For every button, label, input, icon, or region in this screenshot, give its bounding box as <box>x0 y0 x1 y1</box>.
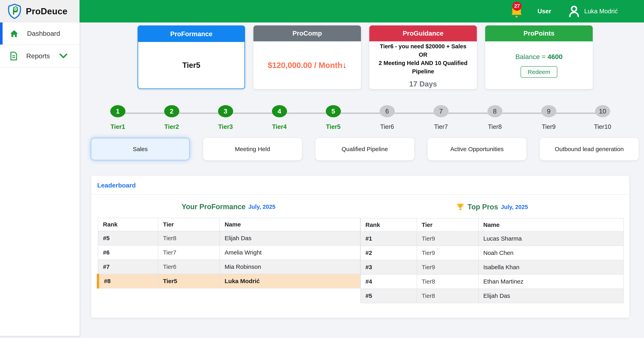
sidebar-item-reports[interactable]: Reports <box>0 45 80 68</box>
sidebar-item-label: Reports <box>26 52 50 60</box>
step-label: Tier9 <box>542 123 556 130</box>
prodeuce-logo-icon: P <box>7 4 22 19</box>
top-pros-period: July, 2025 <box>501 204 528 210</box>
stepper-step-tier7: 7 Tier7 <box>414 98 468 130</box>
tier-stepper: 1 Tier1 2 Tier2 3 Tier3 4 Tier4 5 Tier5 … <box>91 98 630 130</box>
stepper-step-tier4: 4 Tier4 <box>252 98 306 130</box>
stepper-step-tier2: 2 Tier2 <box>145 98 198 130</box>
step-circle: 4 <box>272 105 287 117</box>
propoints-card-title: ProPoints <box>485 26 593 41</box>
table-row: #7 Tier6 Mia Robinson <box>98 260 360 274</box>
home-icon <box>10 29 19 38</box>
table-row: #5 Tier8 Elijah Das <box>98 231 360 245</box>
step-circle: 1 <box>110 105 126 117</box>
column-header-name: Name <box>478 218 624 232</box>
guidance-or: OR <box>419 50 428 59</box>
step-label: Tier8 <box>488 123 502 130</box>
stepper-step-tier5: 5 Tier5 <box>306 98 360 130</box>
your-proformance-period: July, 2025 <box>248 204 276 210</box>
trophy-icon <box>456 202 465 211</box>
stepper-step-tier3: 3 Tier3 <box>198 98 252 130</box>
points-balance: Balance = 4600 <box>516 53 562 61</box>
summary-cards: ProFormance Tier5 ProComp $120,000.00 / … <box>138 26 593 89</box>
tab-outbound-lead-generation[interactable]: Outbound lead generation <box>540 138 639 160</box>
current-tier-value: Tier5 <box>182 61 200 70</box>
brand: P ProDeuce <box>0 0 80 22</box>
down-arrow-icon: ↓ <box>342 60 347 70</box>
column-header-tier: Tier <box>417 218 478 232</box>
step-label: Tier5 <box>326 123 341 130</box>
table-row: #5 Tier8 Elijah Das <box>360 289 624 303</box>
step-label: Tier10 <box>594 123 611 130</box>
step-circle: 10 <box>595 105 610 117</box>
step-circle: 7 <box>434 105 448 117</box>
step-label: Tier1 <box>110 123 125 130</box>
step-label: Tier3 <box>218 123 233 130</box>
step-label: Tier6 <box>380 123 394 130</box>
header-right: 27 User Luka Modrić <box>510 3 644 20</box>
redeem-button[interactable]: Redeem <box>520 66 557 78</box>
stepper-step-tier6: 6 Tier6 <box>360 98 414 130</box>
notifications-button[interactable]: 27 <box>510 3 524 20</box>
column-header-rank: Rank <box>360 218 417 232</box>
chevron-down-icon <box>60 54 68 59</box>
user-name: Luka Modrić <box>584 8 618 15</box>
step-label: Tier4 <box>272 123 287 130</box>
document-icon <box>10 52 18 61</box>
guidance-requirement-line2: 2 Meeting Held AND 10 Qualified Pipeline <box>373 59 473 76</box>
top-pros-section: Top Pros July, 2025 Rank Tier Name #1 <box>360 202 624 303</box>
step-circle: 2 <box>164 105 179 117</box>
user-label: User <box>538 8 551 15</box>
your-proformance-title: Your ProFormance July, 2025 <box>97 202 360 211</box>
sidebar-item-dashboard[interactable]: Dashboard <box>0 22 80 45</box>
proguidance-card-title: ProGuidance <box>369 26 477 41</box>
table-row: #2 Tier9 Noah Chen <box>360 246 624 260</box>
column-header-tier: Tier <box>158 218 220 231</box>
leaderboard-title: Leaderboard <box>91 176 629 194</box>
step-circle: 6 <box>380 105 395 117</box>
table-row: #1 Tier9 Lucas Sharma <box>360 232 624 246</box>
person-icon <box>568 5 580 18</box>
notification-badge: 27 <box>512 2 522 11</box>
step-circle: 5 <box>326 105 341 117</box>
table-row: #3 Tier9 Isabella Khan <box>360 260 624 274</box>
step-label: Tier7 <box>434 123 448 130</box>
propoints-card: ProPoints Balance = 4600 Redeem <box>485 26 593 89</box>
stepper-step-tier1: 1 Tier1 <box>91 98 145 130</box>
sidebar: Dashboard Reports <box>0 22 80 336</box>
comp-amount: $120,000.00 / Month↓ <box>268 60 347 70</box>
table-row-current-user: #8 Tier5 Luka Modrić <box>98 274 360 288</box>
your-proformance-section: Your ProFormance July, 2025 Rank Tier Na… <box>97 202 360 303</box>
proguidance-card: ProGuidance Tier6 - you need $20000 + Sa… <box>369 26 477 89</box>
column-header-name: Name <box>220 218 360 231</box>
tab-sales[interactable]: Sales <box>91 138 190 160</box>
stepper-step-tier10: 10 Tier10 <box>576 98 630 130</box>
tab-meeting-held[interactable]: Meeting Held <box>203 138 302 160</box>
proformance-card-title: ProFormance <box>138 26 244 42</box>
brand-title: ProDeuce <box>26 6 68 16</box>
column-header-rank: Rank <box>98 218 158 231</box>
step-label: Tier2 <box>164 123 179 130</box>
procomp-card-title: ProComp <box>254 26 361 41</box>
stepper-step-tier8: 8 Tier8 <box>468 98 522 130</box>
proformance-card: ProFormance Tier5 <box>138 26 245 89</box>
table-row: #6 Tier7 Amelia Wright <box>98 245 360 260</box>
main-content: ProFormance Tier5 ProComp $120,000.00 / … <box>80 22 644 338</box>
top-pros-table: Rank Tier Name #1 Tier9 Lucas Sharma #2 <box>360 218 624 303</box>
table-row: #4 Tier8 Ethan Martinez <box>360 274 624 289</box>
leaderboard-card: Leaderboard Your ProFormance July, 2025 … <box>91 176 629 318</box>
tab-qualified-pipeline[interactable]: Qualified Pipeline <box>316 138 414 160</box>
sidebar-item-label: Dashboard <box>27 30 60 38</box>
user-menu[interactable]: Luka Modrić <box>568 5 618 18</box>
stepper-step-tier9: 9 Tier9 <box>522 98 576 130</box>
app-header: P ProDeuce 27 User <box>0 0 644 22</box>
metric-tabs: Sales Meeting Held Qualified Pipeline Ac… <box>91 138 639 160</box>
step-circle: 8 <box>487 105 502 117</box>
step-circle: 9 <box>541 105 556 117</box>
procomp-card: ProComp $120,000.00 / Month↓ <box>254 26 361 89</box>
your-proformance-table: Rank Tier Name #5 Tier8 Elijah Das #6 <box>97 218 360 288</box>
guidance-requirement-line1: Tier6 - you need $20000 + Sales <box>380 42 466 50</box>
step-circle: 3 <box>218 105 233 117</box>
tab-active-opportunities[interactable]: Active Opportunities <box>428 138 526 160</box>
top-pros-title: Top Pros July, 2025 <box>360 202 624 211</box>
